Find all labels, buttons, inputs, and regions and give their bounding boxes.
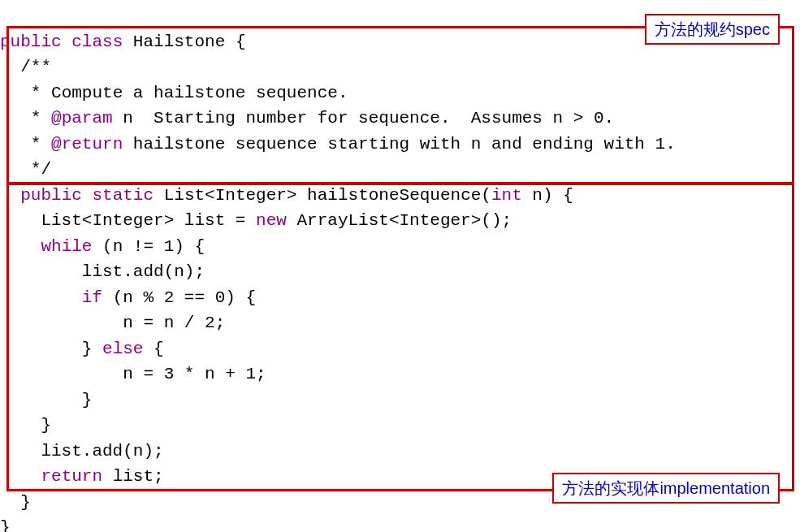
code-line-13: } else { bbox=[0, 340, 164, 358]
code-line-9: while (n != 1) { bbox=[0, 237, 205, 256]
code-line-11: if (n % 2 == 0) { bbox=[0, 288, 256, 307]
code-line-20: } bbox=[0, 518, 11, 532]
code-line-12: n = n / 2; bbox=[0, 314, 225, 332]
code-line-3: * Compute a hailstone sequence. bbox=[20, 84, 348, 102]
code-line-10: list.add(n); bbox=[0, 262, 205, 281]
code-line-15: } bbox=[0, 391, 92, 409]
code-line-19: } bbox=[0, 493, 31, 512]
code-line-1: public class Hailstone { bbox=[0, 32, 245, 51]
code-line-14: n = 3 * n + 1; bbox=[0, 365, 266, 383]
code-line-8: List<Integer> list = new ArrayList<Integ… bbox=[0, 211, 512, 230]
code-line-4: * @param n Starting number for sequence.… bbox=[20, 109, 614, 128]
code-line-18: return list; bbox=[0, 467, 164, 486]
code-line-17: list.add(n); bbox=[0, 442, 164, 461]
code-line-5: * @return hailstone sequence starting wi… bbox=[20, 135, 676, 154]
code-line-2: /** bbox=[20, 58, 51, 76]
code-block: public class Hailstone { /** * Compute a… bbox=[0, 3, 800, 532]
code-line-6: */ bbox=[20, 160, 51, 179]
code-line-7: public static List<Integer> hailstoneSeq… bbox=[20, 186, 573, 205]
code-line-16: } bbox=[0, 416, 51, 435]
